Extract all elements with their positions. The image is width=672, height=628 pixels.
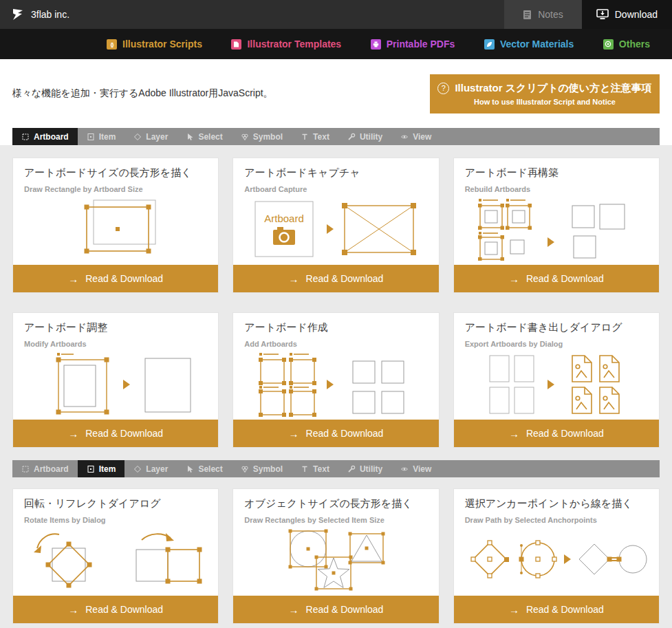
card-illustration <box>13 193 218 265</box>
card-subtitle: Export Artboards by Dialog <box>465 340 648 348</box>
tab-layer[interactable]: Layer <box>124 128 177 145</box>
nav-illustrator-templates[interactable]: Illustrator Templates <box>231 39 341 50</box>
read-download-button[interactable]: → Read & Download <box>233 420 438 447</box>
text-icon <box>301 133 309 141</box>
card-title: アートボード調整 <box>24 321 207 334</box>
tab-item[interactable]: Item <box>78 128 125 145</box>
card-artboard-capture: アートボードキャプチャ Artboard Capture Artboard → … <box>232 158 439 293</box>
nav-label: Illustrator Scripts <box>122 39 202 50</box>
card-subtitle: Add Artboards <box>244 340 427 348</box>
tab-select[interactable]: Select <box>177 128 231 145</box>
read-download-button[interactable]: → Read & Download <box>13 420 218 447</box>
read-download-button[interactable]: → Read & Download <box>233 596 438 623</box>
download-label: Download <box>615 9 658 20</box>
leaf-icon <box>484 39 495 50</box>
tab-label: View <box>413 132 431 142</box>
card-illustration <box>13 524 218 596</box>
read-download-label: Read & Download <box>526 604 604 615</box>
nav-printable-pdfs[interactable]: Printable PDFs <box>371 39 455 50</box>
page-description: 様々な機能を追加・実行するAdobe Illustrator用JavaScrip… <box>12 87 273 100</box>
card-title: 回転・リフレクトダイアログ <box>24 497 207 510</box>
tab-utility[interactable]: Utility <box>338 128 391 145</box>
layer-icon <box>133 465 142 473</box>
help-subtitle: How to use Illustrator Script and Notice <box>474 98 616 106</box>
tab-label: Utility <box>360 464 382 474</box>
arrow-right-icon: → <box>509 428 519 440</box>
main-nav: {} Illustrator Scripts Illustrator Templ… <box>0 29 672 59</box>
item-card-grid: 回転・リフレクトダイアログ Rotate Items by Dialog → R <box>12 488 660 624</box>
intro-row: 様々な機能を追加・実行するAdobe Illustrator用JavaScrip… <box>0 59 672 128</box>
card-illustration <box>454 193 659 265</box>
tab-artboard[interactable]: Artboard <box>12 460 78 477</box>
nav-others[interactable]: Others <box>603 39 650 50</box>
card-illustration <box>13 348 218 420</box>
text-icon <box>301 465 309 473</box>
card-title: アートボード再構築 <box>465 166 648 180</box>
card-illustration <box>454 348 659 420</box>
script-help-button[interactable]: ? Illustrator スクリプトの使い方と注意事項 How to use … <box>430 74 660 113</box>
arrow-right-icon: → <box>289 604 299 616</box>
read-download-button[interactable]: → Read & Download <box>454 596 659 623</box>
card-modify-artboards: アートボード調整 Modify Artboards → Read & Downl… <box>12 312 219 448</box>
item-icon <box>87 133 95 141</box>
nav-vector-materials[interactable]: Vector Materials <box>484 39 574 50</box>
tab-label: Utility <box>360 132 382 142</box>
card-title: アートボードキャプチャ <box>244 166 427 180</box>
read-download-button[interactable]: → Read & Download <box>13 265 218 292</box>
read-download-label: Read & Download <box>85 604 163 615</box>
tab-artboard[interactable]: Artboard <box>12 128 78 145</box>
read-download-label: Read & Download <box>306 273 384 284</box>
topbar-spacer <box>69 0 504 29</box>
read-download-button[interactable]: → Read & Download <box>233 265 438 292</box>
card-title: アートボードサイズの長方形を描く <box>24 166 207 180</box>
tab-layer[interactable]: Layer <box>124 460 177 477</box>
notes-button[interactable]: Notes <box>504 0 582 29</box>
tab-text[interactable]: Text <box>292 460 338 477</box>
read-download-button[interactable]: → Read & Download <box>13 596 218 623</box>
eye-icon <box>400 133 409 141</box>
card-rebuild-artboards: アートボード再構築 Rebuild Artboards <box>453 158 660 293</box>
tab-label: Layer <box>146 132 168 142</box>
nav-illustrator-scripts[interactable]: {} Illustrator Scripts <box>107 39 202 50</box>
symbol-icon <box>241 133 249 141</box>
read-download-label: Read & Download <box>85 428 163 439</box>
printer-icon <box>371 39 381 50</box>
tab-utility[interactable]: Utility <box>338 460 391 477</box>
cursor-icon <box>186 133 194 141</box>
card-draw-rectangle-by-artboard-size: アートボードサイズの長方形を描く Draw Rectangle by Artbo… <box>12 158 219 293</box>
card-title: 選択アンカーポイントから線を描く <box>465 497 648 510</box>
read-download-button[interactable]: → Read & Download <box>454 265 659 292</box>
question-icon: ? <box>437 83 449 94</box>
read-download-label: Read & Download <box>85 273 163 284</box>
download-button[interactable]: Download <box>582 0 672 29</box>
card-add-artboards: アートボード作成 Add Artboards <box>232 312 439 448</box>
tab-symbol[interactable]: Symbol <box>232 460 292 477</box>
card-subtitle: Draw Rectangle by Artboard Size <box>24 185 207 193</box>
arrow-right-icon: → <box>68 273 78 285</box>
tab-view[interactable]: View <box>391 128 440 145</box>
layer-icon <box>133 133 142 141</box>
download-icon <box>596 9 609 20</box>
scripts-icon: {} <box>107 39 117 50</box>
intro-zone: 様々な機能を追加・実行するAdobe Illustrator用JavaScrip… <box>0 59 672 145</box>
card-subtitle: Modify Artboards <box>24 340 207 348</box>
brand[interactable]: 3flab inc. <box>0 0 69 29</box>
tab-text[interactable]: Text <box>292 128 338 145</box>
nav-label: Illustrator Templates <box>247 39 341 50</box>
tab-label: Select <box>198 132 222 142</box>
tab-label: Symbol <box>253 464 283 474</box>
card-subtitle: Draw Rectangles by Selected Item Size <box>244 516 427 524</box>
artboard-icon <box>21 133 30 141</box>
wrench-icon <box>347 465 356 473</box>
read-download-label: Read & Download <box>306 428 384 439</box>
category-tabbar-artboard: Artboard Item Layer Select Symbol Text U… <box>12 128 660 145</box>
tab-select[interactable]: Select <box>177 460 231 477</box>
arrow-right-icon: → <box>68 604 78 616</box>
card-title: アートボード作成 <box>244 321 427 334</box>
tab-label: Text <box>313 464 329 474</box>
cursor-icon <box>186 465 194 473</box>
tab-symbol[interactable]: Symbol <box>232 128 292 145</box>
tab-item[interactable]: Item <box>78 460 125 477</box>
tab-view[interactable]: View <box>391 460 440 477</box>
read-download-button[interactable]: → Read & Download <box>454 420 659 447</box>
